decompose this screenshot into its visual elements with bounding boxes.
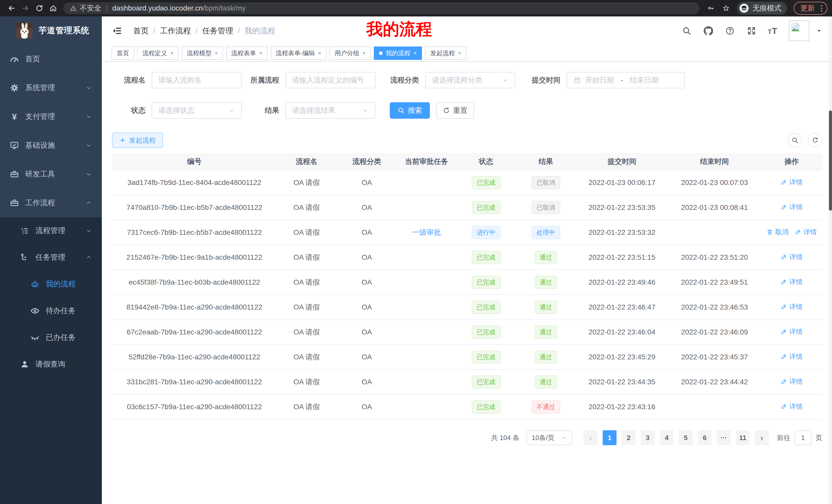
filter-submit-time: 提交时间 开始日期 - 结束日期 (530, 72, 685, 88)
page-button-6[interactable]: 6 (698, 430, 712, 445)
page-button-3[interactable]: 3 (641, 430, 655, 445)
tab-流程表单-编辑[interactable]: 流程表单-编辑× (271, 47, 327, 60)
browser-reload-button[interactable] (32, 1, 46, 15)
prev-page-button[interactable]: ‹ (583, 430, 598, 445)
address-bar[interactable]: 不安全 | dashboard.yudao.iocoder.cn/bpm/tas… (63, 2, 700, 14)
browser-update-button[interactable]: 更新 (794, 2, 827, 15)
tab-发起流程[interactable]: 发起流程× (425, 47, 466, 60)
filter-category: 流程分类 请选择流程分类 (386, 72, 515, 88)
page-button-4[interactable]: 4 (660, 430, 674, 445)
sidebar-item-任务管理[interactable]: 任务管理 (0, 244, 102, 271)
cancel-link[interactable]: 取消 (766, 228, 788, 236)
result-label: 结果 (247, 106, 279, 115)
detail-link[interactable]: 详情 (781, 277, 803, 286)
page-button-11[interactable]: 11 (736, 430, 750, 445)
detail-link[interactable]: 详情 (781, 402, 803, 411)
sidebar-item-已办任务[interactable]: 已办任务 (0, 324, 102, 351)
delete-icon (766, 229, 773, 235)
sidebar-item-基础设施[interactable]: 基础设施 (0, 131, 102, 160)
end-date-input[interactable]: 结束日期 (630, 75, 658, 85)
process-name-input[interactable]: 请输入流程名 (152, 72, 242, 88)
detail-link[interactable]: 详情 (781, 377, 803, 386)
more-pages-button[interactable]: ··· (717, 430, 731, 445)
font-size-button[interactable]: TT (768, 26, 778, 36)
sidebar-item-首页[interactable]: 首页 (0, 45, 102, 74)
cell-end-time: 2022-01-22 23:46:53 (668, 295, 761, 319)
sidebar-item-支付管理[interactable]: ¥支付管理 (0, 102, 102, 131)
bookmark-star-button[interactable] (720, 2, 732, 15)
browser-forward-button[interactable] (19, 1, 32, 15)
page-button-1[interactable]: 1 (603, 430, 617, 445)
breadcrumb-item[interactable]: 工作流程 (160, 26, 191, 36)
sidebar-item-研发工具[interactable]: 研发工具 (0, 160, 102, 189)
tab-流程模型[interactable]: 流程模型× (182, 47, 223, 60)
close-icon[interactable]: × (170, 50, 174, 56)
incognito-badge: 无痕模式 (737, 2, 787, 15)
process-definition-input[interactable]: 请输入流程定义的编号 (285, 72, 375, 88)
tab-用户分组[interactable]: 用户分组× (329, 47, 371, 60)
detail-link[interactable]: 详情 (781, 253, 803, 261)
password-key-button[interactable] (704, 2, 717, 15)
sidebar-collapse-button[interactable] (111, 25, 123, 36)
reset-button[interactable]: 重置 (436, 102, 474, 119)
sidebar-item-系统管理[interactable]: 系统管理 (0, 74, 102, 102)
sidebar-item-工作流程[interactable]: 工作流程 (0, 189, 102, 217)
page-size-select[interactable]: 10条/页 (526, 430, 572, 445)
cell-process-name: OA 请假 (277, 220, 337, 245)
refresh-table-button[interactable] (808, 133, 822, 147)
start-date-input[interactable]: 开始日期 (585, 75, 614, 85)
goto-page-input[interactable]: 1 (795, 430, 811, 445)
sidebar-item-请假查询[interactable]: 请假查询 (0, 351, 102, 377)
result-select[interactable]: 请选择流结果 (285, 102, 375, 119)
scrollbar-thumb[interactable] (829, 110, 832, 211)
tab-我的流程[interactable]: 我的流程× (374, 47, 422, 60)
status-select[interactable]: 请选择状态 (152, 102, 242, 119)
sidebar-item-待办任务[interactable]: 待办任务 (0, 298, 102, 324)
tab-流程表单[interactable]: 流程表单× (226, 47, 268, 60)
close-icon[interactable]: × (458, 50, 461, 56)
result-badge: 处理中 (531, 226, 560, 239)
sidebar-item-我的流程[interactable]: 我的流程 (0, 271, 102, 298)
browser-menu-icon[interactable] (819, 4, 824, 12)
cell-status: 已完成 (456, 369, 516, 394)
search-button[interactable]: 搜索 (390, 102, 430, 119)
close-icon[interactable]: × (318, 50, 321, 56)
list-tree-icon (20, 226, 30, 236)
header-search-button[interactable] (682, 26, 692, 36)
detail-link[interactable]: 详情 (795, 228, 817, 236)
scrollbar-track[interactable] (829, 17, 832, 504)
category-select[interactable]: 请选择流程分类 (425, 72, 515, 88)
page-button-2[interactable]: 2 (622, 430, 635, 445)
tab-首页[interactable]: 首页 (111, 47, 134, 60)
detail-link[interactable]: 详情 (781, 302, 803, 311)
close-icon[interactable]: × (215, 50, 218, 56)
detail-link[interactable]: 详情 (781, 327, 803, 336)
current-task-link[interactable]: 一级审批 (412, 228, 441, 236)
status-badge: 已完成 (472, 201, 501, 214)
close-icon[interactable]: × (413, 50, 417, 56)
next-page-button[interactable]: › (755, 430, 769, 445)
page-button-5[interactable]: 5 (679, 430, 693, 445)
detail-link[interactable]: 详情 (781, 203, 803, 212)
browser-home-button[interactable] (46, 1, 60, 15)
tab-流程定义[interactable]: 流程定义× (137, 47, 179, 60)
fullscreen-button[interactable] (746, 26, 757, 36)
github-link[interactable] (703, 26, 713, 36)
create-process-button[interactable]: 发起流程 (112, 133, 163, 148)
detail-link[interactable]: 详情 (781, 178, 803, 187)
detail-link[interactable]: 详情 (781, 352, 803, 361)
close-icon[interactable]: × (259, 50, 262, 56)
avatar[interactable] (789, 21, 809, 41)
breadcrumb: 首页/工作流程/任务管理/我的流程 (133, 26, 275, 36)
breadcrumb-item[interactable]: 任务管理 (202, 26, 233, 36)
browser-back-button[interactable] (5, 1, 19, 15)
result-badge: 通过 (535, 276, 557, 289)
cell-actions: 详情 (761, 245, 823, 270)
user-menu-caret[interactable] (816, 28, 822, 34)
sidebar-item-流程管理[interactable]: 流程管理 (0, 217, 102, 244)
breadcrumb-item[interactable]: 首页 (133, 26, 149, 36)
toggle-search-button[interactable] (788, 133, 802, 147)
date-range-picker[interactable]: 开始日期 - 结束日期 (567, 72, 685, 88)
close-icon[interactable]: × (362, 50, 366, 56)
help-button[interactable] (725, 26, 735, 36)
